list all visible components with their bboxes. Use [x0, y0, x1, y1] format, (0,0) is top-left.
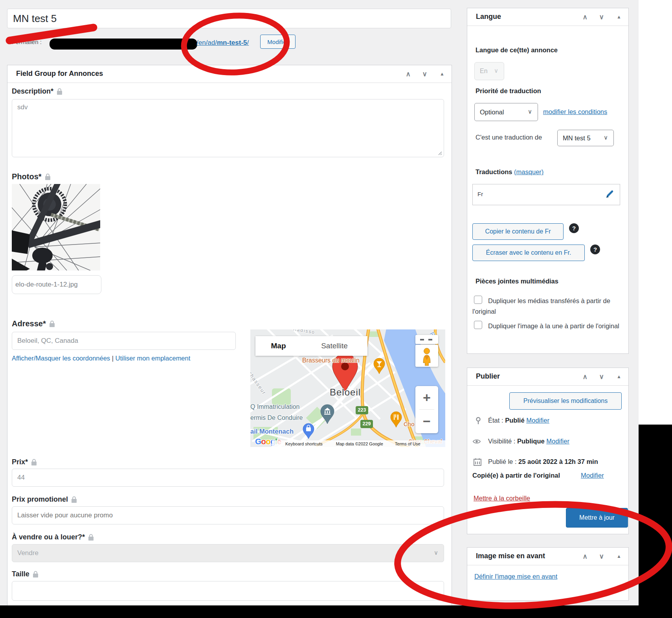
edit-copied-link[interactable]: Modifier [581, 472, 604, 479]
terms-of-use-link[interactable]: Terms of Use [395, 441, 420, 446]
permalink-edit-button[interactable]: Modifier [260, 35, 296, 49]
copy-content-button[interactable]: Copier le contenu de Fr [472, 223, 564, 240]
collapse-toggle-icon[interactable]: ▲ [440, 71, 444, 77]
vendre-label: À vendre ou à louer?* [12, 533, 85, 541]
modify-conditions-link[interactable]: modifier les conditions [543, 108, 607, 116]
chevron-down-icon: ∨ [434, 549, 438, 556]
map-type-control: Map Satellite [255, 336, 367, 356]
taille-label: Taille [12, 570, 29, 578]
translation-lang-code: Fr [477, 191, 483, 197]
photo-thumbnail-bike[interactable] [12, 184, 100, 270]
vendre-select[interactable]: Vendre ∨ [12, 544, 444, 562]
collapse-toggle-icon[interactable]: ▲ [617, 374, 621, 379]
move-up-icon[interactable]: ∧ [583, 373, 588, 381]
adresse-label-row: Adresse* [12, 319, 55, 328]
status-label: État : [488, 417, 503, 424]
edit-visibility-link[interactable]: Modifier [546, 438, 569, 445]
vendre-selected-value: Vendre [17, 549, 39, 557]
update-button[interactable]: Mettre à jour [566, 508, 628, 528]
translation-of-value: MN test 5 [563, 134, 591, 142]
translation-row-fr: Fr [472, 184, 620, 205]
published-date-row: Publié le : 25 août 2022 à 12h 37 min [488, 458, 598, 465]
page-right-margin [639, 0, 672, 425]
move-up-icon[interactable]: ∧ [583, 13, 588, 21]
publish-title: Publier [476, 372, 500, 381]
prix-label: Prix* [12, 458, 28, 466]
map-data-text: Map data ©2022 Google [336, 441, 383, 446]
prix-promo-input[interactable] [12, 506, 444, 524]
published-label: Publié le : [488, 458, 516, 465]
pegman-control[interactable] [415, 345, 438, 367]
help-icon[interactable]: ? [590, 245, 600, 254]
taille-input[interactable] [12, 581, 444, 601]
copied-from-row: Copié(e) à partir de l'original [472, 472, 560, 479]
post-title-input[interactable] [7, 9, 451, 28]
prix-promo-label: Prix promotionel [12, 495, 68, 504]
lock-icon [49, 320, 55, 327]
lock-icon [45, 173, 51, 180]
translations-hide-link[interactable]: (masquer) [514, 168, 543, 175]
prix-input[interactable]: 44 [12, 469, 444, 487]
set-featured-image-link[interactable]: Définir l'image mise en avant [474, 573, 557, 580]
preview-changes-button[interactable]: Prévisualiser les modifications [509, 392, 622, 410]
collapse-toggle-icon[interactable]: ▲ [617, 554, 621, 559]
google-map[interactable]: 223 229 Radisso chasseur Ric B [250, 329, 445, 447]
chevron-down-icon: ∨ [528, 108, 532, 115]
move-to-trash-link[interactable]: Mettre à la corbeille [474, 495, 530, 502]
translations-row: Traductions (masquer) [476, 168, 543, 176]
permalink-slash: / [247, 39, 249, 46]
translation-of-select[interactable]: MN test 5 ∨ [557, 130, 614, 146]
langue-header: Langue ∧ ∨ ▲ [467, 8, 628, 26]
edit-status-link[interactable]: Modifier [526, 417, 549, 424]
link-separator: | [112, 355, 114, 362]
poi-label-cho: Cho [404, 421, 415, 427]
photo-filename-field[interactable]: elo-de-route-1-12.jpg [12, 275, 101, 294]
fullscreen-icon [428, 339, 432, 340]
field-group-header: Field Group for Annonces ∧ ∨ ▲ [7, 65, 452, 83]
city-label-beloeil: Beloeil [330, 387, 361, 398]
lock-icon [88, 534, 94, 541]
collapse-toggle-icon[interactable]: ▲ [617, 14, 621, 20]
map-type-map-button[interactable]: Map [255, 336, 301, 356]
priority-select[interactable]: Optional ∨ [474, 103, 538, 121]
help-icon[interactable]: ? [569, 223, 579, 233]
poi-label-brasseurs: Brasseurs du moulin [302, 357, 360, 364]
description-textarea[interactable]: sdv [12, 99, 444, 157]
permalink-link[interactable]: /en/ad/mn-test-5/ [196, 39, 249, 47]
lang-select[interactable]: En ∨ [474, 62, 504, 80]
screenshot-letterbox [0, 605, 672, 618]
translations-label: Traductions [476, 168, 512, 175]
status-value: Publié [505, 417, 525, 424]
fullscreen-control[interactable] [415, 335, 438, 344]
edit-pencil-icon[interactable] [605, 190, 614, 199]
photos-label: Photos* [12, 172, 42, 181]
overwrite-content-button[interactable]: Écraser avec le contenu en Fr. [472, 245, 585, 261]
status-row: État : Publié Modifier [488, 417, 549, 424]
move-down-icon[interactable]: ∨ [599, 13, 604, 21]
move-down-icon[interactable]: ∨ [422, 70, 427, 78]
pegman-icon [415, 345, 438, 367]
fullscreen-icon [420, 339, 424, 340]
adresse-input[interactable]: Beloeil, QC, Canada [12, 332, 236, 350]
zoom-in-button[interactable]: + [415, 386, 438, 409]
vendre-label-row: À vendre ou à louer?* [12, 533, 94, 541]
zoom-out-button[interactable]: − [415, 410, 438, 432]
chevron-down-icon: ∨ [494, 67, 498, 74]
use-my-location-link[interactable]: Utiliser mon emplacement [116, 355, 191, 362]
move-up-icon[interactable]: ∧ [583, 552, 588, 561]
published-value: 25 août 2022 à 12h 37 min [518, 458, 598, 465]
keyboard-shortcuts-link[interactable]: Keyboard shortcuts [285, 441, 323, 446]
toggle-coordinates-link[interactable]: Afficher/Masquer les coordonnées [12, 355, 110, 362]
map-type-satellite-button[interactable]: Satellite [301, 336, 367, 356]
resize-handle-icon[interactable] [437, 150, 442, 156]
priority-selected-value: Optional [480, 109, 504, 116]
map-attribution-bar: Keyboard shortcuts Map data ©2022 Google… [272, 440, 445, 447]
pin-status-icon [474, 417, 483, 425]
move-down-icon[interactable]: ∨ [599, 373, 604, 381]
visibility-row: Visibilité : Publique Modifier [488, 438, 569, 445]
move-up-icon[interactable]: ∧ [406, 70, 411, 78]
lang-of-label: Langue de ce(tte) annonce [476, 46, 558, 54]
move-down-icon[interactable]: ∨ [599, 552, 604, 561]
lang-selected-value: En [480, 68, 488, 75]
featured-image-title: Image mise en avant [476, 552, 545, 560]
